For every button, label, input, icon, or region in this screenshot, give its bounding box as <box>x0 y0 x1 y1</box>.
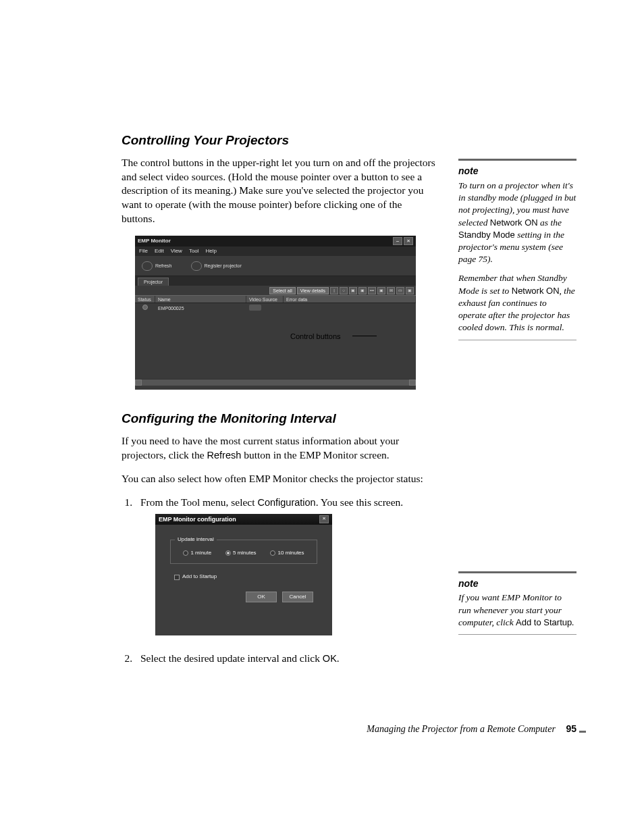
scroll-left-icon[interactable] <box>135 380 142 386</box>
tab-projector[interactable]: Projector <box>138 278 169 286</box>
update-interval-group: Update interval 1 minute 5 minutes 10 mi… <box>170 540 317 565</box>
opt-label: 5 minutes <box>233 550 257 557</box>
note-2: note If you want EMP Monitor to run when… <box>458 571 576 635</box>
cfg-close-button[interactable]: × <box>319 515 329 523</box>
callout-label: Control buttons <box>290 332 341 342</box>
register-icon <box>191 261 202 271</box>
row-name: EMP000025 <box>155 305 246 311</box>
control-btn-9[interactable]: ▣ <box>406 287 414 294</box>
text: . <box>572 617 574 627</box>
opt-label: 1 minute <box>190 550 211 557</box>
footer-rule <box>579 731 586 733</box>
control-btn-8[interactable]: ▭ <box>396 287 404 294</box>
select-all-button[interactable]: Select all <box>269 287 295 294</box>
radio-1min[interactable]: 1 minute <box>183 550 211 557</box>
add-to-startup-checkbox[interactable]: Add to Startup <box>174 573 317 581</box>
radio-10min[interactable]: 10 minutes <box>270 550 304 557</box>
configuration-term: Configuration <box>257 497 315 508</box>
step-2: Select the desired update interval and c… <box>135 652 435 666</box>
control-btn-7[interactable]: ⊠ <box>387 287 395 294</box>
add-to-startup-term: Add to Startup <box>516 617 572 627</box>
emp-menubar: File Edit View Tool Help <box>135 246 416 256</box>
para-refresh: If you need to have the most current sta… <box>122 434 435 463</box>
menu-help[interactable]: Help <box>206 248 217 255</box>
radio-icon <box>225 550 231 556</box>
register-label: Register projector <box>205 263 242 269</box>
emp-monitor-window: EMP Monitor – × File Edit View Tool Help… <box>135 236 416 390</box>
view-details-button[interactable]: View details <box>297 287 329 294</box>
register-tool[interactable]: Register projector <box>191 261 242 271</box>
control-btn-1[interactable]: | <box>330 287 338 294</box>
control-btn-4[interactable]: ▣ <box>358 287 367 294</box>
note-1: note To turn on a projector when it's in… <box>458 159 576 340</box>
emp-title-text: EMP Monitor <box>138 238 171 245</box>
refresh-tool[interactable]: Refresh <box>142 261 172 271</box>
refresh-label: Refresh <box>155 263 172 269</box>
text: Select the desired update interval and c… <box>140 652 323 664</box>
note-label: note <box>458 165 576 178</box>
standby-mode-term: Standby Mode <box>458 230 515 240</box>
opt-label: 10 minutes <box>277 550 304 557</box>
group-label: Update interval <box>175 536 217 544</box>
para-control-intro: The control buttons in the upper-right l… <box>122 156 435 227</box>
page-number: 95 <box>566 723 576 734</box>
text: as the <box>538 217 562 228</box>
emp-button-row: Select all View details | ○ ▣ ▣ ••• ▣ ⊠ … <box>135 286 416 295</box>
col-status: Status <box>135 296 155 303</box>
network-on-term: Network ON <box>490 217 538 228</box>
cancel-button[interactable]: Cancel <box>282 592 313 602</box>
step-1: From the Tool menu, select Configuration… <box>135 496 435 635</box>
emp-table-body: EMP000025 Control buttons <box>135 303 416 386</box>
page-footer: Managing the Projector from a Remote Com… <box>0 723 644 736</box>
emp-tabs: Projector <box>135 276 416 286</box>
menu-tool[interactable]: Tool <box>189 248 199 255</box>
col-error: Error data <box>284 296 416 303</box>
emp-scrollbar[interactable] <box>135 379 416 386</box>
ok-term: OK <box>323 653 337 664</box>
ok-button[interactable]: OK <box>246 592 277 602</box>
chk-label: Add to Startup <box>182 573 217 581</box>
control-btn-2[interactable]: ○ <box>340 287 348 294</box>
col-name: Name <box>155 296 246 303</box>
para-select-often: You can also select how often EMP Monito… <box>122 472 435 486</box>
status-icon <box>142 305 148 310</box>
heading-controlling: Controlling Your Projectors <box>122 132 435 149</box>
col-video: Video Source <box>246 296 284 303</box>
minimize-button[interactable]: – <box>393 237 402 245</box>
menu-file[interactable]: File <box>139 248 148 255</box>
cfg-titlebar: EMP Monitor configuration × <box>155 514 332 525</box>
refresh-term: Refresh <box>207 450 242 461</box>
checkbox-icon <box>174 575 180 580</box>
menu-view[interactable]: View <box>171 248 182 255</box>
network-on-term: Network ON <box>512 286 560 296</box>
emp-titlebar: EMP Monitor – × <box>135 236 416 246</box>
text: . <box>337 652 340 664</box>
text: button in the EMP Monitor screen. <box>241 449 389 461</box>
emp-toolbar: Refresh Register projector <box>135 256 416 276</box>
emp-table-headers: Status Name Video Source Error data <box>135 295 416 303</box>
callout-line <box>352 336 377 336</box>
radio-5min[interactable]: 5 minutes <box>225 550 257 557</box>
close-button[interactable]: × <box>404 237 413 245</box>
menu-edit[interactable]: Edit <box>155 248 164 255</box>
refresh-icon <box>142 261 153 271</box>
video-source-icon <box>249 305 261 311</box>
cfg-title-text: EMP Monitor configuration <box>159 515 236 523</box>
footer-text: Managing the Projector from a Remote Com… <box>367 724 556 734</box>
text: . You see this screen. <box>316 496 404 508</box>
control-btn-5[interactable]: ••• <box>368 287 376 294</box>
note-label: note <box>458 577 576 590</box>
radio-icon <box>183 550 188 556</box>
control-btn-6[interactable]: ▣ <box>377 287 385 294</box>
table-row[interactable]: EMP000025 <box>135 303 416 313</box>
text: From the Tool menu, select <box>140 496 257 508</box>
radio-icon <box>270 550 275 556</box>
heading-configuring: Configuring the Monitoring Interval <box>122 410 435 427</box>
scroll-right-icon[interactable] <box>409 380 416 386</box>
config-dialog: EMP Monitor configuration × Update inter… <box>155 514 332 635</box>
control-btn-3[interactable]: ▣ <box>349 287 357 294</box>
